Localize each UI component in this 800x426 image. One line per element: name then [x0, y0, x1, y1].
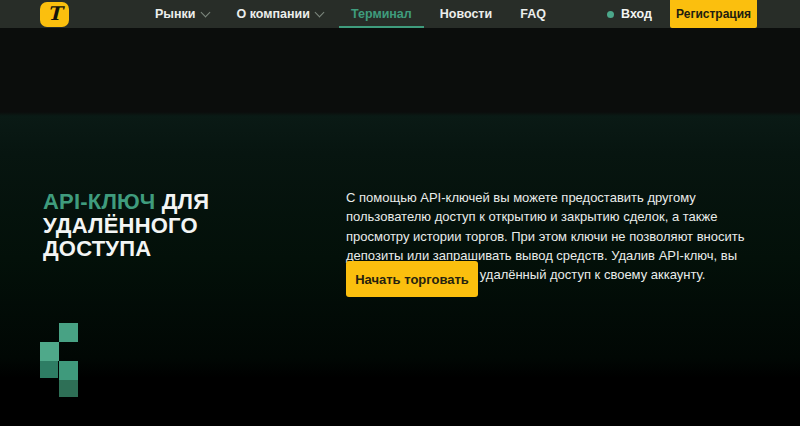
chevron-down-icon	[200, 7, 210, 17]
login-label: Вход	[621, 7, 652, 21]
nav-item-label: О компании	[237, 7, 310, 21]
nav-item-news[interactable]: Новости	[426, 0, 506, 28]
next-section-strip	[0, 378, 800, 426]
start-trading-button[interactable]: Начать торговать	[346, 261, 478, 297]
top-nav: T Рынки О компании Терминал Новости FAQ	[0, 0, 800, 28]
nav-item-label: Новости	[440, 7, 492, 21]
nav-item-label: Рынки	[155, 7, 196, 21]
status-dot-icon	[607, 11, 614, 18]
hero-title: API-КЛЮЧ ДЛЯ УДАЛЁННОГО ДОСТУПА	[43, 190, 271, 261]
auth-area: Вход Регистрация	[607, 0, 800, 28]
decor-square	[59, 361, 78, 380]
nav-item-label: FAQ	[520, 7, 546, 21]
nav-item-company[interactable]: О компании	[223, 0, 337, 28]
nav-item-markets[interactable]: Рынки	[141, 0, 223, 28]
decor-square	[40, 361, 58, 378]
decor-square	[59, 323, 78, 342]
chevron-down-icon	[315, 7, 325, 17]
main-menu: Рынки О компании Терминал Новости FAQ	[141, 0, 560, 28]
nav-item-faq[interactable]: FAQ	[506, 0, 560, 28]
brand-logo[interactable]: T	[40, 2, 69, 27]
login-link[interactable]: Вход	[607, 7, 652, 21]
register-button[interactable]: Регистрация	[670, 0, 757, 28]
decor-square	[40, 342, 59, 361]
nav-item-label: Терминал	[351, 7, 412, 21]
hero-section: API-КЛЮЧ ДЛЯ УДАЛЁННОГО ДОСТУПА С помощь…	[0, 28, 800, 378]
page: T Рынки О компании Терминал Новости FAQ	[0, 0, 800, 426]
brand-logo-letter: T	[47, 4, 61, 23]
nav-item-terminal[interactable]: Терминал	[337, 0, 426, 28]
hero-title-highlight: API-КЛЮЧ	[43, 189, 155, 214]
decor-square	[59, 380, 78, 397]
